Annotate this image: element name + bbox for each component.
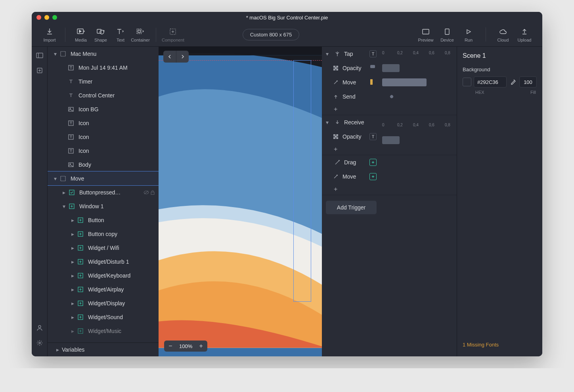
svg-rect-4 [138,30,140,32]
canvas-panel: − 100% + [159,47,322,356]
chevron-down-icon[interactable]: ▾ [52,51,58,57]
svg-rect-1 [97,29,101,33]
user-icon[interactable] [34,322,45,333]
upload-button[interactable]: Upload [515,27,534,42]
nav-back-button[interactable] [163,51,176,63]
zoom-control: − 100% + [164,341,207,352]
layer-window-1[interactable]: ▾ Window 1 [48,199,159,213]
trigger-drag-move[interactable]: Move [322,169,381,184]
chevron-down-icon[interactable]: ▾ [61,204,67,209]
add-trigger-button[interactable]: Add Trigger [326,201,377,214]
layer-button-copy[interactable]: ▸ Button copy [48,227,159,241]
component-icon [77,300,84,307]
fill-input[interactable] [519,76,537,88]
timeline-bar-move[interactable] [382,78,427,86]
missing-fonts-warning[interactable]: 1 Missing Fonts [463,339,537,351]
layer-icon-bg[interactable]: Icon BG [48,102,159,116]
minimize-window-button[interactable] [44,15,49,20]
trigger-tap-opacity[interactable]: Opacity [322,61,381,75]
chevron-right-icon[interactable]: ▸ [70,301,75,306]
chevron-right-icon[interactable]: ▸ [70,273,75,278]
media-button[interactable]: Media [71,27,91,42]
trigger-drag-header[interactable]: ▾ Drag [322,155,381,169]
text-badge[interactable]: T [369,133,377,140]
component-button[interactable]: Component [162,27,184,42]
chevron-right-icon[interactable]: ▸ [70,217,75,223]
layer-icon-1[interactable]: Icon [48,116,159,130]
settings-icon[interactable] [34,337,45,348]
trigger-receive-opacity[interactable]: Opacity T [322,129,381,144]
layer-mac-menu[interactable]: ▾ Mac Menu [48,47,159,61]
variables-section[interactable]: ▸ Variables [48,343,159,356]
layer-widget-airplay[interactable]: ▸ Widget/Airplay [48,282,159,296]
add-panel-button[interactable] [34,65,45,76]
trigger-tap-move[interactable]: Move [322,75,381,89]
component-icon [77,217,84,224]
layer-timer[interactable]: Timer [48,74,159,88]
container-icon [136,27,144,36]
layer-widget-music[interactable]: ▸ Widget/Music [48,324,159,338]
svg-rect-44 [370,79,373,85]
chevron-right-icon[interactable]: ▸ [70,231,75,237]
window-title: * macOS Big Sur Control Center.pie [246,15,328,21]
component-icon [77,230,84,238]
layer-widget-disturb[interactable]: ▸ Widget/Disturb 1 [48,255,159,268]
chevron-down-icon[interactable]: ▾ [52,176,58,181]
layer-move[interactable]: ▾ Move [48,171,159,185]
container-button[interactable]: Container [130,27,150,42]
layer-widget-sound[interactable]: ▸ Widget/Sound [48,310,159,324]
trigger-tap-send[interactable]: Send [322,89,381,104]
device-button[interactable]: Device [437,27,457,42]
layer-icon-2[interactable]: Icon [48,130,159,144]
layer-body[interactable]: Body [48,158,159,171]
chevron-right-icon[interactable]: ▸ [70,287,75,292]
svg-rect-23 [69,190,74,195]
component-badge[interactable] [369,173,377,180]
component-badge[interactable] [369,159,377,166]
fill-sublabel: Fill [530,90,536,95]
close-window-button[interactable] [36,15,41,20]
background-swatch[interactable] [463,78,471,86]
trigger-receive-header[interactable]: ▾ Receive [322,115,381,129]
text-badge[interactable]: T [369,50,377,57]
timeline-bar-opacity[interactable] [382,64,400,72]
opacity-icon [332,65,339,72]
chevron-right-icon[interactable]: ▸ [70,314,75,320]
canvas-size-selector[interactable]: Custom 800 x 675 [243,29,300,40]
layer-datetime[interactable]: Mon Jul 14 9:41 AM [48,61,159,74]
chevron-right-icon[interactable]: ▸ [55,347,60,352]
layer-icon-3[interactable]: Icon [48,144,159,158]
preview-button[interactable]: Preview [416,27,436,42]
canvas[interactable]: − 100% + [159,47,322,356]
nav-forward-button[interactable] [176,51,189,63]
layer-widget-wifi[interactable]: ▸ Widget / Wifi [48,241,159,255]
cloud-button[interactable]: Cloud [493,27,513,42]
layer-control-center[interactable]: Control Center [48,88,159,102]
add-action-receive[interactable]: + [322,144,381,155]
layer-buttonpressed[interactable]: ▸ Buttonpressed… [48,185,159,199]
chevron-down-icon[interactable]: ▾ [326,119,331,126]
layer-widget-display[interactable]: ▸ Widget/Display [48,296,159,310]
layer-widget-keyboard[interactable]: ▸ Widget/Keyboard [48,268,159,282]
trigger-tap-header[interactable]: ▾ Tap T [322,47,381,61]
chevron-right-icon[interactable]: ▸ [70,259,75,265]
chevron-down-icon[interactable]: ▾ [326,51,331,57]
text-button[interactable]: Text [111,27,130,42]
zoom-out-button[interactable]: − [166,341,175,351]
shape-button[interactable]: Shape [91,27,111,42]
chevron-right-icon[interactable]: ▸ [70,328,75,334]
timeline-ruler: 0 0,2 0,4 0,6 0,8 [381,47,457,61]
timeline-bar-opacity-2[interactable] [382,136,400,144]
run-button[interactable]: Run [459,27,478,42]
hex-input[interactable] [474,76,507,88]
chevron-right-icon[interactable]: ▸ [70,245,75,251]
layer-button[interactable]: ▸ Button [48,213,159,227]
maximize-window-button[interactable] [52,15,57,20]
eyedropper-icon[interactable] [509,78,517,86]
import-button[interactable]: Import [40,27,59,42]
zoom-in-button[interactable]: + [196,341,206,351]
add-action-drag[interactable]: + [322,184,381,195]
panel-toggle-button[interactable] [34,50,45,61]
add-action-tap[interactable]: + [322,104,381,115]
chevron-right-icon[interactable]: ▸ [61,190,67,195]
